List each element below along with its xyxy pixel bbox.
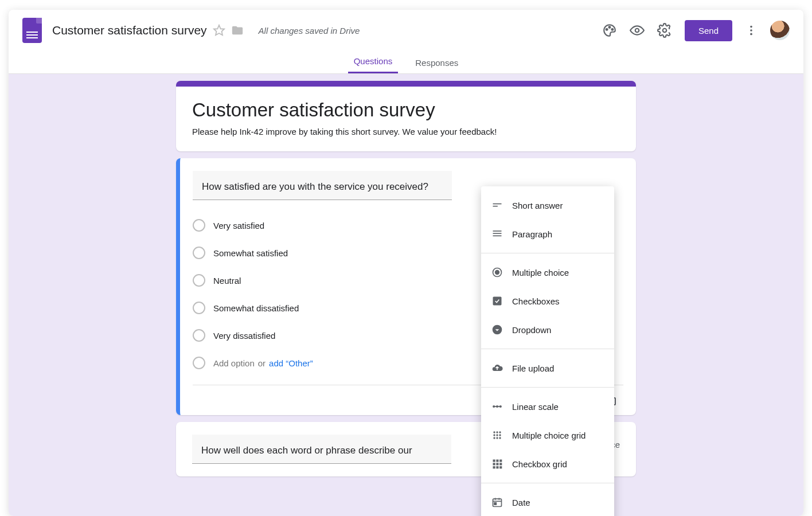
form-workspace: Customer satisfaction survey Please help… bbox=[9, 74, 803, 516]
top-bar: Customer satisfaction survey All changes… bbox=[9, 10, 803, 51]
form-header-card[interactable]: Customer satisfaction survey Please help… bbox=[176, 81, 636, 151]
svg-point-24 bbox=[496, 431, 498, 433]
paragraph-icon bbox=[490, 228, 504, 240]
svg-rect-13 bbox=[493, 233, 502, 234]
date-icon bbox=[490, 497, 504, 508]
type-file-upload[interactable]: File upload bbox=[481, 354, 614, 382]
svg-rect-22 bbox=[494, 406, 501, 407]
menu-label: Multiple choice grid bbox=[512, 431, 585, 440]
option-label[interactable]: Very satisfied bbox=[213, 221, 264, 230]
svg-point-30 bbox=[496, 437, 498, 439]
document-title[interactable]: Customer satisfaction survey bbox=[52, 24, 207, 37]
svg-point-23 bbox=[493, 431, 495, 433]
svg-point-1 bbox=[606, 29, 608, 30]
svg-marker-0 bbox=[213, 25, 224, 35]
type-multiple-choice[interactable]: Multiple choice bbox=[481, 258, 614, 287]
type-linear-scale[interactable]: Linear scale bbox=[481, 392, 614, 421]
checkbox-grid-icon bbox=[490, 458, 504, 470]
radio-icon bbox=[193, 329, 205, 342]
type-date[interactable]: Date bbox=[481, 488, 614, 516]
svg-point-6 bbox=[750, 26, 752, 28]
form-description[interactable]: Please help Ink-42 improve by taking thi… bbox=[192, 127, 620, 136]
radio-icon bbox=[193, 302, 205, 314]
type-paragraph[interactable]: Paragraph bbox=[481, 220, 614, 248]
menu-label: Short answer bbox=[512, 201, 563, 210]
tab-responses[interactable]: Responses bbox=[409, 58, 464, 73]
type-checkboxes[interactable]: Checkboxes bbox=[481, 287, 614, 315]
radio-icon bbox=[193, 274, 205, 287]
svg-rect-17 bbox=[493, 297, 502, 306]
svg-point-31 bbox=[499, 437, 501, 439]
svg-point-7 bbox=[750, 29, 752, 32]
theme-icon[interactable] bbox=[602, 23, 617, 38]
option-label[interactable]: Somewhat dissatisfied bbox=[213, 303, 299, 313]
svg-rect-12 bbox=[493, 230, 502, 232]
svg-point-8 bbox=[750, 33, 752, 36]
menu-label: Checkbox grid bbox=[512, 459, 567, 469]
svg-point-28 bbox=[499, 434, 501, 436]
svg-point-3 bbox=[611, 29, 613, 30]
form-tabs: Questions Responses bbox=[9, 51, 803, 74]
svg-point-5 bbox=[663, 29, 667, 33]
settings-icon[interactable] bbox=[657, 23, 672, 38]
multiple-choice-icon bbox=[490, 267, 504, 278]
svg-rect-34 bbox=[499, 460, 502, 462]
svg-point-25 bbox=[499, 431, 501, 433]
svg-point-4 bbox=[635, 29, 639, 33]
add-other-link[interactable]: add “Other” bbox=[269, 358, 313, 368]
svg-rect-33 bbox=[496, 460, 498, 462]
menu-divider bbox=[481, 253, 614, 253]
question-prompt-input[interactable]: How well does each word or phrase descri… bbox=[192, 435, 451, 464]
menu-label: Linear scale bbox=[512, 402, 559, 412]
menu-label: Multiple choice bbox=[512, 268, 569, 277]
form-title[interactable]: Customer satisfaction survey bbox=[192, 99, 620, 121]
svg-rect-39 bbox=[496, 466, 498, 468]
question-prompt-input[interactable]: How satisfied are you with the service y… bbox=[193, 171, 452, 200]
folder-icon[interactable] bbox=[231, 24, 244, 37]
menu-label: Date bbox=[512, 498, 530, 507]
question-type-dropdown: Short answer Paragraph Multiple choice C bbox=[481, 186, 614, 516]
tab-questions[interactable]: Questions bbox=[348, 56, 399, 73]
menu-divider bbox=[481, 387, 614, 388]
svg-point-27 bbox=[496, 434, 498, 436]
file-upload-icon bbox=[490, 362, 504, 374]
mc-grid-icon bbox=[490, 429, 504, 441]
dropdown-icon bbox=[490, 324, 504, 335]
type-checkbox-grid[interactable]: Checkbox grid bbox=[481, 449, 614, 478]
preview-icon[interactable] bbox=[630, 23, 645, 38]
svg-rect-36 bbox=[496, 463, 498, 465]
radio-icon bbox=[193, 357, 205, 369]
linear-scale-icon bbox=[490, 401, 504, 412]
app-frame: Customer satisfaction survey All changes… bbox=[9, 10, 803, 516]
checkboxes-icon bbox=[490, 295, 504, 307]
svg-rect-14 bbox=[493, 236, 502, 237]
svg-rect-40 bbox=[499, 466, 502, 468]
avatar[interactable] bbox=[770, 21, 790, 40]
svg-rect-45 bbox=[494, 503, 496, 505]
menu-label: Checkboxes bbox=[512, 296, 560, 306]
short-answer-icon bbox=[490, 200, 504, 211]
svg-rect-38 bbox=[493, 466, 495, 468]
svg-point-29 bbox=[493, 437, 495, 439]
option-label[interactable]: Very dissatisfied bbox=[213, 331, 275, 341]
add-option-text[interactable]: Add option bbox=[213, 358, 255, 368]
type-mc-grid[interactable]: Multiple choice grid bbox=[481, 421, 614, 449]
option-label[interactable]: Somewhat satisfied bbox=[213, 248, 288, 258]
radio-icon bbox=[193, 219, 205, 232]
type-short-answer[interactable]: Short answer bbox=[481, 191, 614, 220]
send-button[interactable]: Send bbox=[685, 20, 732, 41]
more-icon[interactable] bbox=[745, 24, 758, 37]
option-label[interactable]: Neutral bbox=[213, 276, 241, 286]
forms-logo-icon[interactable] bbox=[22, 18, 42, 43]
svg-rect-37 bbox=[499, 463, 502, 465]
type-dropdown[interactable]: Dropdown bbox=[481, 315, 614, 344]
svg-rect-10 bbox=[493, 204, 502, 205]
svg-rect-32 bbox=[493, 460, 495, 462]
menu-label: Dropdown bbox=[512, 325, 551, 335]
save-status: All changes saved in Drive bbox=[259, 26, 360, 36]
svg-point-26 bbox=[493, 434, 495, 436]
radio-icon bbox=[193, 247, 205, 259]
or-text: or bbox=[258, 358, 266, 368]
star-icon[interactable] bbox=[213, 24, 225, 37]
menu-divider bbox=[481, 483, 614, 483]
